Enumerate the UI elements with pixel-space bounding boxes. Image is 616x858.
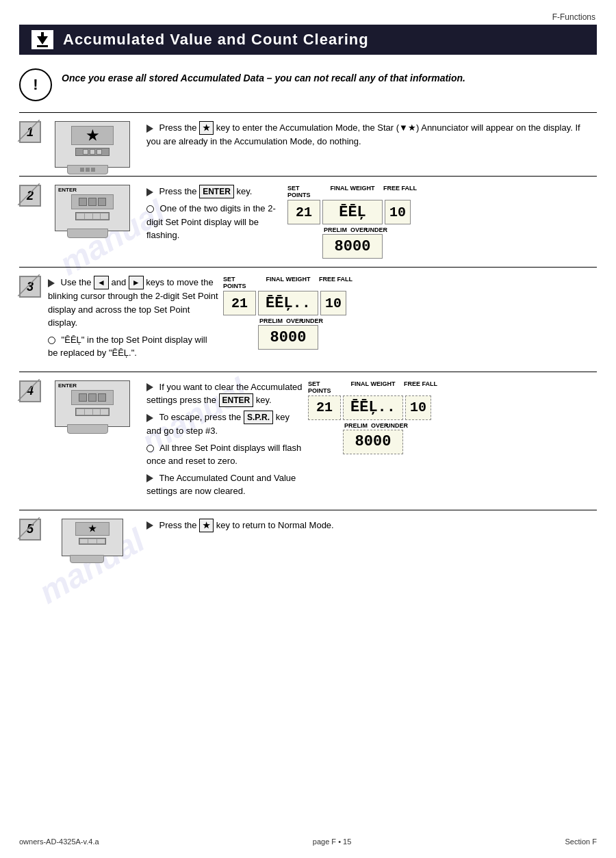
- svg-line-5: [18, 274, 40, 296]
- step-1-badge-diagonal: [18, 120, 40, 142]
- enter-key-2: ENTER: [199, 185, 234, 198]
- step-5-badge: 5: [19, 519, 41, 541]
- seg-freefall-4: 10: [405, 395, 431, 420]
- display-3-top: 21 ĒĒĻ.. 10: [223, 291, 597, 315]
- label-under-4: UNDER: [386, 422, 402, 429]
- footer-right: Section F: [565, 837, 597, 846]
- seg-setpoints-4: 21: [308, 395, 341, 420]
- label-setpoints-4: SET POINTS: [308, 380, 342, 394]
- display-2-top: 21 ĒĒĻ 10: [287, 200, 597, 224]
- step-3-instruction-2: "ĒĒĻ" in the top Set Point display will …: [48, 333, 219, 360]
- seg-prelim-3: 8000: [258, 325, 318, 350]
- footer-left: owners-AD-4325A-v.4.a: [19, 837, 99, 846]
- svg-line-4: [18, 183, 40, 205]
- download-icon: [36, 32, 49, 47]
- circle-icon-2: [146, 205, 154, 213]
- step-4-badge: 4: [19, 380, 41, 402]
- arrow-icon-1: [146, 125, 153, 133]
- right-key: ►: [129, 276, 144, 289]
- step-3-num: 3: [27, 280, 34, 294]
- svg-rect-2: [37, 45, 48, 47]
- display-2-bottom: 8000: [287, 234, 597, 259]
- step-4-instruction-2: To escape, press the S.P.R. key and go t…: [146, 411, 304, 438]
- step-4-device: ENTER: [48, 380, 137, 427]
- section-label-text: F-Functions: [552, 12, 595, 22]
- label-over-2: OVER: [350, 226, 365, 233]
- display-4-bottom-labels: PRELIM OVER UNDER: [308, 422, 597, 429]
- step-2-badge: 2: [19, 185, 41, 207]
- title-bar: Accumulated Value and Count Clearing: [19, 25, 597, 55]
- seg-finalweight-3: ĒĒĻ..: [258, 291, 318, 315]
- step-4-num: 4: [27, 384, 34, 398]
- step-3-badge-diagonal: [18, 274, 40, 296]
- step-4-instruction-1: If you want to clear the Accumulated set…: [146, 380, 304, 408]
- label-under-2: UNDER: [365, 226, 382, 233]
- star-key-5: ★: [199, 519, 214, 532]
- svg-line-3: [18, 120, 40, 142]
- label-setpoints-3: SET POINTS: [223, 276, 257, 289]
- left-key: ◄: [94, 276, 109, 289]
- display-4-top: 21 ĒĒĻ.. 10: [308, 395, 597, 420]
- step-5-num: 5: [27, 522, 34, 536]
- step-1-instruction-1: Press the ★ key to enter the Accumulatio…: [146, 121, 597, 148]
- enter-key-4a: ENTER: [219, 393, 254, 407]
- label-over-3: OVER: [286, 317, 301, 324]
- circle-icon-3: [48, 337, 55, 344]
- svg-marker-0: [37, 36, 48, 44]
- steps-container: 1 ★: [19, 112, 597, 564]
- step-5-content: Press the ★ key to return to Normal Mode…: [146, 519, 597, 536]
- label-finalweight-3: FINAL WEIGHT: [257, 276, 319, 289]
- arrow-icon-4a: [146, 383, 153, 391]
- step-3-badge: 3: [19, 276, 41, 298]
- label-over-4: OVER: [371, 422, 386, 429]
- arrow-icon-3a: [48, 279, 55, 287]
- label-prelim-4: PRELIM: [341, 422, 371, 429]
- title-text: Accumulated Value and Count Clearing: [63, 31, 369, 49]
- step-4-row: 4 ENTER: [19, 372, 597, 510]
- seg-finalweight-2: ĒĒĻ: [322, 200, 383, 224]
- warning-icon: !: [19, 68, 52, 101]
- spr-key: S.P.R.: [244, 411, 273, 424]
- star-key: ★: [199, 121, 214, 135]
- step-2-content-area: Press the ENTER key. One of the two digi…: [146, 185, 597, 259]
- seg-prelim-4: 8000: [343, 430, 403, 454]
- svg-line-7: [18, 517, 40, 539]
- page-footer: owners-AD-4325A-v.4.a page F • 15 Sectio…: [0, 837, 616, 846]
- label-freefall-2: FREE FALL: [383, 185, 417, 198]
- step-2-content: Press the ENTER key. One of the two digi…: [146, 185, 283, 259]
- step-1-row: 1 ★: [19, 112, 597, 176]
- step-3-display: SET POINTS FINAL WEIGHT FREE FALL 21 ĒĒĻ…: [223, 276, 597, 363]
- step-4-instruction-3: All three Set Point displays will flash …: [146, 441, 304, 468]
- arrow-icon-2a: [146, 188, 153, 196]
- label-prelim-3: PRELIM: [256, 317, 286, 324]
- step-5-badge-diagonal: [18, 517, 40, 539]
- svg-rect-1: [41, 32, 44, 37]
- label-finalweight-2: FINAL WEIGHT: [322, 185, 383, 198]
- page-section-label: F-Functions: [0, 0, 616, 25]
- step-1-num: 1: [27, 125, 34, 140]
- display-4-bottom: 8000: [308, 430, 597, 454]
- display-2-labels: SET POINTS FINAL WEIGHT FREE FALL: [287, 185, 597, 198]
- svg-line-6: [18, 379, 40, 401]
- step-4-badge-diagonal: [18, 379, 40, 401]
- step-1-device: ★: [48, 121, 137, 168]
- seg-setpoints-3: 21: [223, 291, 256, 315]
- step-4-display: SET POINTS FINAL WEIGHT FREE FALL 21 ĒĒĻ…: [308, 380, 597, 502]
- label-freefall-3: FREE FALL: [319, 276, 352, 289]
- step-5-instruction-1: Press the ★ key to return to Normal Mode…: [146, 519, 597, 532]
- step-5-row: 5 ★: [19, 510, 597, 564]
- title-icon: [31, 30, 53, 49]
- arrow-icon-4c: [146, 474, 153, 482]
- step-1-content: Press the ★ key to enter the Accumulatio…: [146, 121, 597, 152]
- step-3-content: Use the ◄ and ► keys to move the blinkin…: [48, 276, 219, 363]
- display-4-labels: SET POINTS FINAL WEIGHT FREE FALL: [308, 380, 597, 394]
- step-2-row: 2 ENTER: [19, 176, 597, 267]
- step-3-instruction-1: Use the ◄ and ► keys to move the blinkin…: [48, 276, 219, 330]
- step-4-content-area: If you want to clear the Accumulated set…: [146, 380, 597, 502]
- footer-center: page F • 15: [313, 837, 351, 846]
- step-2-instruction-1: Press the ENTER key.: [146, 185, 283, 198]
- label-freefall-4: FREE FALL: [404, 380, 437, 394]
- step-4-content: If you want to clear the Accumulated set…: [146, 380, 304, 502]
- label-setpoints-2: SET POINTS: [287, 185, 322, 198]
- circle-icon-4: [146, 445, 154, 452]
